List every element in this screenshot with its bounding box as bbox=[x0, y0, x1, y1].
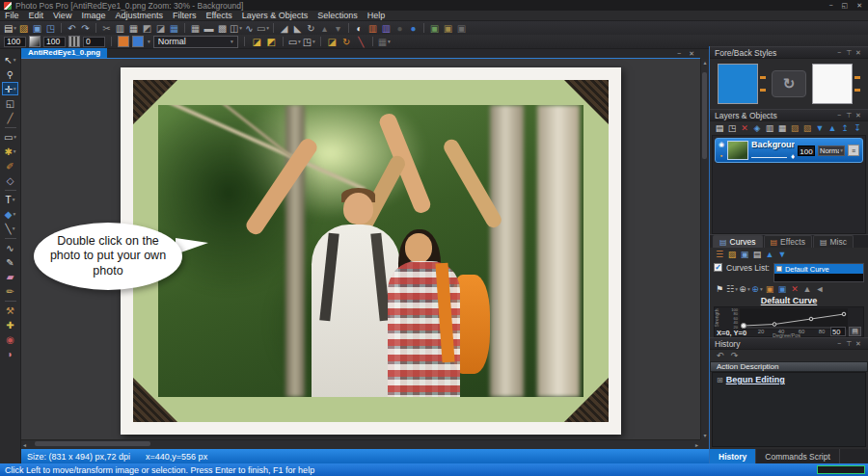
selection-combine-icon[interactable]: ◳▾ bbox=[303, 36, 315, 48]
dock-tab-history[interactable]: History bbox=[710, 449, 756, 463]
task-indicator[interactable] bbox=[817, 465, 865, 474]
scroll-down-icon[interactable]: ▾ bbox=[703, 433, 706, 438]
contrast-icon[interactable]: ◐ bbox=[353, 22, 366, 35]
curve-layers-icon[interactable]: ☷▾ bbox=[726, 283, 738, 296]
makeup-tool[interactable]: ◗ bbox=[2, 347, 18, 360]
clipboard-board-icon[interactable]: ▦ bbox=[168, 22, 180, 35]
layers-minimize-button[interactable]: − bbox=[834, 110, 844, 120]
horizontal-scroll-thumb[interactable] bbox=[35, 441, 150, 446]
histogram-icon[interactable]: ▥ bbox=[380, 22, 393, 35]
curves-menu-icon[interactable]: ☰ bbox=[714, 249, 725, 261]
curves-move-down-icon[interactable]: ▼ bbox=[776, 249, 788, 261]
layer-opacity-slider[interactable]: ♦ bbox=[751, 153, 795, 161]
minimize-button[interactable]: − bbox=[828, 1, 832, 11]
curve-plot[interactable]: Strength 100 80 60 40 20 20 bbox=[714, 306, 864, 337]
menu-layers-objects[interactable]: Layers & Objects bbox=[237, 11, 313, 21]
foreback-close-button[interactable]: ✕ bbox=[854, 47, 863, 58]
magic-wand-tool[interactable]: ✱▾ bbox=[2, 145, 18, 158]
layer-lock-icon[interactable]: ▪ bbox=[719, 151, 724, 161]
rotate-icon[interactable]: ↻ bbox=[305, 22, 317, 35]
undo-icon[interactable]: ↶ bbox=[66, 22, 78, 35]
history-close-button[interactable]: ✕ bbox=[854, 338, 863, 349]
history-redo-icon[interactable]: ↷ bbox=[729, 350, 740, 362]
fill-input[interactable] bbox=[43, 37, 66, 47]
history-tree[interactable]: ⊞ Begun Editing bbox=[712, 372, 866, 447]
curves-list-item-selected[interactable]: Default Curve bbox=[774, 264, 863, 274]
line-tool[interactable]: ╲▾ bbox=[2, 222, 18, 235]
document-minimize-button[interactable]: − bbox=[677, 49, 681, 58]
foreground-spinner[interactable] bbox=[760, 64, 766, 104]
curve-edit-icon[interactable]: ▣ bbox=[764, 283, 775, 296]
color-levels-icon[interactable]: ▥ bbox=[366, 22, 379, 35]
photo-image[interactable] bbox=[158, 105, 583, 397]
layer-copy-icon[interactable]: ▥ bbox=[764, 122, 775, 135]
skew-icon[interactable]: ◢ bbox=[278, 22, 290, 35]
save-as-icon[interactable]: ◳ bbox=[44, 22, 57, 35]
curves-save-icon[interactable]: ▣ bbox=[739, 249, 750, 261]
document-close-button[interactable]: ✕ bbox=[689, 49, 694, 58]
blend-mode-select[interactable]: Normal ▾ bbox=[153, 36, 238, 48]
tab-effects[interactable]: ▤ Effects bbox=[764, 235, 812, 248]
healing-tool[interactable]: ✚ bbox=[2, 318, 18, 331]
save-icon[interactable]: ▣ bbox=[31, 22, 43, 35]
red-eye-tool[interactable]: ◉ bbox=[2, 332, 18, 346]
foreback-minimize-button[interactable]: − bbox=[834, 47, 844, 58]
color-swatch[interactable] bbox=[132, 36, 144, 47]
swap-colors-button[interactable]: ↻ bbox=[772, 70, 806, 97]
dock-tab-commands-script[interactable]: Commands Script bbox=[756, 449, 840, 463]
menu-selections[interactable]: Selections bbox=[312, 11, 363, 21]
menu-effects[interactable]: Effects bbox=[201, 11, 236, 21]
curves-move-up-icon[interactable]: ▲ bbox=[764, 249, 775, 261]
layers-close-button[interactable]: ✕ bbox=[854, 110, 863, 120]
layer-to-top-icon[interactable]: ↥ bbox=[839, 122, 851, 135]
layer-delete-icon[interactable]: ✕ bbox=[739, 122, 750, 135]
selection-mode-icon[interactable]: ▭▾ bbox=[288, 36, 301, 48]
foreback-pin-button[interactable]: ⊤ bbox=[844, 47, 854, 58]
layer-move-down-icon[interactable]: ▼ bbox=[814, 122, 826, 135]
layer-new-icon[interactable]: ▤ bbox=[714, 122, 725, 135]
history-pin-button[interactable]: ⊤ bbox=[844, 338, 854, 349]
selection-tool[interactable]: ▭▾ bbox=[2, 130, 18, 144]
menu-help[interactable]: Help bbox=[363, 11, 391, 21]
frames-gallery-icon[interactable]: ▣ bbox=[428, 22, 441, 35]
layer-row-background[interactable]: ◉ ▪ Background ♦ 100 Normal ▾ ≡ bbox=[715, 138, 863, 163]
menu-file[interactable]: File bbox=[0, 11, 24, 21]
vertical-scroll-thumb[interactable] bbox=[702, 72, 707, 159]
curve-delete-icon[interactable]: ✕ bbox=[789, 283, 800, 296]
smart-select-icon[interactable]: ◪ bbox=[326, 36, 339, 48]
copy-icon[interactable]: ▥ bbox=[114, 22, 126, 35]
menu-view[interactable]: View bbox=[48, 11, 76, 21]
curve-flag-icon[interactable]: ⚑ bbox=[714, 283, 725, 296]
slider-handle-icon[interactable]: ♦ bbox=[791, 153, 795, 161]
pattern-style-swatch[interactable] bbox=[68, 36, 80, 47]
darken-icon[interactable]: ● bbox=[393, 22, 406, 35]
curve-item-checkbox[interactable] bbox=[776, 266, 782, 272]
curves-list[interactable]: Default Curve bbox=[773, 263, 864, 282]
document-tab[interactable]: AntiRedEye1_0.png bbox=[21, 48, 107, 58]
curve-back-icon[interactable]: ◄ bbox=[814, 283, 826, 296]
menu-image[interactable]: Image bbox=[76, 11, 110, 21]
text-decrease-icon[interactable]: ▾ bbox=[332, 22, 344, 35]
layer-mask-icon[interactable]: ◈ bbox=[751, 122, 763, 135]
curve-apply-icon[interactable]: ▲ bbox=[801, 283, 813, 296]
minimize-windows-icon[interactable]: ▬ bbox=[203, 22, 215, 35]
pencil-tool[interactable]: ✏ bbox=[2, 284, 18, 298]
move-tool[interactable]: ✛▾ bbox=[2, 82, 18, 95]
layer-visibility-icon[interactable]: ◉ bbox=[719, 140, 724, 149]
text-tool[interactable]: T▾ bbox=[2, 193, 18, 206]
softness-input[interactable] bbox=[83, 37, 105, 47]
selection-brackets-icon[interactable]: ▭▾ bbox=[257, 22, 269, 35]
background-color-swatch[interactable] bbox=[812, 64, 853, 104]
deselect-icon[interactable]: ╲ bbox=[355, 36, 367, 48]
opacity-input[interactable] bbox=[4, 37, 26, 47]
scroll-right-icon[interactable]: ▸ bbox=[695, 442, 698, 448]
curve-display-icon[interactable]: ▣ bbox=[776, 283, 788, 296]
paste-into-selection-icon[interactable]: ◪ bbox=[251, 36, 263, 48]
layers-pin-button[interactable]: ⊤ bbox=[844, 110, 854, 120]
gradient-style-swatch[interactable] bbox=[29, 36, 41, 47]
scroll-up-icon[interactable]: ▴ bbox=[703, 60, 706, 66]
shape-tool[interactable]: ◆▾ bbox=[2, 207, 18, 221]
canvas-area[interactable]: Double click on the photo to put your ow… bbox=[21, 59, 700, 439]
templates-gallery-icon[interactable]: ▣ bbox=[455, 22, 468, 35]
zoom-tool[interactable]: ⚲ bbox=[2, 67, 18, 81]
